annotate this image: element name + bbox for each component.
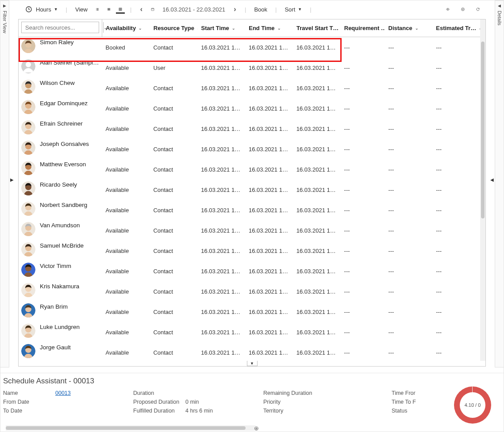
resource-row[interactable]: Efrain SchreinerAvailableContact16.03.20… (19, 119, 480, 139)
prev-period-button[interactable]: ‹ (137, 5, 146, 14)
next-period-button[interactable]: › (231, 5, 239, 14)
resource-name: Joseph Gonsalves (40, 141, 89, 147)
sort-dropdown[interactable]: Sort ▼ (282, 4, 304, 15)
date-range-label[interactable]: 16.03.2021 - 22.03.2021 (160, 4, 228, 15)
col-resource-type[interactable]: Resource Type⌄ (150, 19, 198, 37)
search-resources-input[interactable]: ⌄ (21, 22, 99, 33)
resource-row[interactable]: Edgar DominquezAvailableContact16.03.202… (19, 98, 480, 119)
label-to-date: To Date (3, 408, 55, 414)
label-status: Status (392, 408, 444, 414)
cell-requirement: --- (341, 57, 385, 78)
resource-row[interactable]: Kris NakamuraAvailableContact16.03.2021 … (19, 281, 480, 302)
filter-view-panel-tab[interactable]: ▶ Filter View (0, 0, 9, 367)
resource-row[interactable]: Samuel McBrideAvailableContact16.03.2021… (19, 241, 480, 261)
resource-row[interactable]: Norbert SandbergAvailableContact16.03.20… (19, 200, 480, 220)
cell-resource-type: Contact (150, 342, 197, 361)
cell-availability: Available (102, 78, 150, 98)
details-panel-tab[interactable]: ◀ Details (495, 0, 504, 367)
col-end-time[interactable]: End Time⌄ (245, 19, 293, 37)
separator: | (66, 6, 67, 13)
cell-distance: --- (385, 119, 432, 139)
cell-resource-type: Contact (150, 78, 197, 98)
cell-end-time: 16.03.2021 1… (245, 98, 293, 119)
cell-start-time: 16.03.2021 1… (197, 139, 245, 159)
resource-row[interactable]: Luke LundgrenAvailableContact16.03.2021 … (19, 322, 480, 342)
refresh-button[interactable] (473, 5, 482, 14)
resource-name: Luke Lundgren (40, 324, 80, 330)
cell-estimated: --- (432, 159, 480, 180)
cell-estimated: --- (432, 342, 480, 361)
avatar (21, 181, 35, 195)
scrollbar-thumb[interactable] (481, 42, 485, 218)
cell-requirement: --- (341, 139, 385, 159)
search-input[interactable] (22, 24, 103, 31)
settings-button[interactable] (458, 5, 467, 14)
resource-row[interactable]: Matthew EversonAvailableContact16.03.202… (19, 159, 480, 180)
resource-name: Norbert Sandberg (40, 202, 87, 208)
resource-name: Victor Timm (40, 263, 71, 269)
visibility-button[interactable] (443, 5, 452, 14)
cell-estimated: --- (432, 119, 480, 139)
resource-row[interactable]: Joseph GonsalvesAvailableContact16.03.20… (19, 139, 480, 159)
svg-point-14 (462, 9, 463, 10)
resource-row[interactable]: Victor TimmAvailableContact16.03.2021 1…… (19, 261, 480, 281)
cell-estimated: --- (432, 139, 480, 159)
cell-requirement: --- (341, 37, 385, 57)
cell-travel-start: 16.03.2021 1… (293, 119, 341, 139)
svg-rect-6 (97, 10, 99, 11)
col-travel-start[interactable]: Travel Start T…⌄ (293, 19, 341, 37)
cell-resource-type: User (150, 57, 197, 78)
requirement-link[interactable]: 00013 (55, 390, 133, 396)
avatar (21, 283, 35, 297)
grid-view-button[interactable] (116, 5, 125, 14)
svg-rect-10 (110, 8, 110, 10)
right-edge-caret[interactable]: ◀ (490, 177, 494, 182)
avatar (21, 161, 35, 175)
cell-requirement: --- (341, 78, 385, 98)
calendar-button[interactable] (148, 5, 157, 14)
col-distance[interactable]: Distance⌄ (385, 19, 433, 37)
vertical-scrollbar[interactable] (480, 19, 485, 361)
expand-grid-down[interactable]: ▼ (247, 361, 258, 366)
svg-point-13 (447, 9, 448, 10)
cell-resource-type: Contact (150, 119, 197, 139)
cell-distance: --- (385, 37, 432, 57)
cell-end-time: 16.03.2021 1… (245, 220, 293, 241)
filter-view-label: Filter View (2, 11, 8, 33)
value-fulfilled-duration: 4 hrs 6 min (185, 408, 263, 414)
cell-requirement: --- (341, 220, 385, 241)
col-estimated[interactable]: Estimated Tr…⌄ (432, 19, 480, 37)
cell-availability: Available (102, 322, 150, 342)
cell-travel-start: 16.03.2021 1… (293, 281, 341, 302)
cell-availability: Available (102, 139, 150, 159)
resource-row[interactable]: Alan Steiner (Sampl…AvailableUser16.03.2… (19, 57, 480, 78)
svg-rect-3 (96, 9, 96, 10)
col-availability[interactable]: Availability⌄ (102, 19, 150, 37)
cell-resource-type: Contact (150, 180, 197, 200)
resource-row[interactable]: Wilson ChewAvailableContact16.03.2021 1…… (19, 78, 480, 98)
horizontal-scrollbar[interactable] (6, 425, 256, 431)
col-requirement[interactable]: Requirement …⌄ (341, 19, 385, 37)
resource-row[interactable]: Ricardo SeelyAvailableContact16.03.2021 … (19, 180, 480, 200)
zoom-icon[interactable]: ⊕ (253, 424, 260, 432)
cell-resource-type: Contact (150, 261, 197, 281)
left-edge-caret[interactable]: ▶ (10, 177, 14, 182)
hours-dropdown[interactable]: Hours ▼ (22, 3, 61, 15)
column-view-button[interactable] (104, 5, 113, 14)
cell-travel-start: 16.03.2021 1… (293, 322, 341, 342)
col-start-time[interactable]: Start Time⌄ (198, 19, 246, 37)
cell-availability: Available (102, 342, 150, 361)
list-view-button[interactable] (93, 5, 102, 14)
toolbar: Hours ▼ | View | ‹ 16.03.2021 - 22.03.20… (18, 1, 486, 17)
resource-row[interactable]: Jorge GaultAvailableContact16.03.2021 1…… (19, 342, 480, 361)
resource-row[interactable]: Simon RaleyBookedContact16.03.2021 1…16.… (19, 37, 480, 57)
resource-grid: ⌄ Availability⌄ Resource Type⌄ Start Tim… (18, 19, 486, 367)
scrollbar-thumb[interactable] (6, 426, 246, 430)
resource-row[interactable]: Ryan BrimAvailableContact16.03.2021 1…16… (19, 302, 480, 322)
book-button[interactable]: Book (251, 4, 270, 15)
cell-end-time: 16.03.2021 1… (245, 261, 293, 281)
cell-requirement: --- (341, 342, 385, 361)
cell-availability: Available (102, 220, 150, 241)
resource-row[interactable]: Van AmundsonAvailableContact16.03.2021 1… (19, 220, 480, 241)
label-duration: Duration (133, 390, 185, 396)
